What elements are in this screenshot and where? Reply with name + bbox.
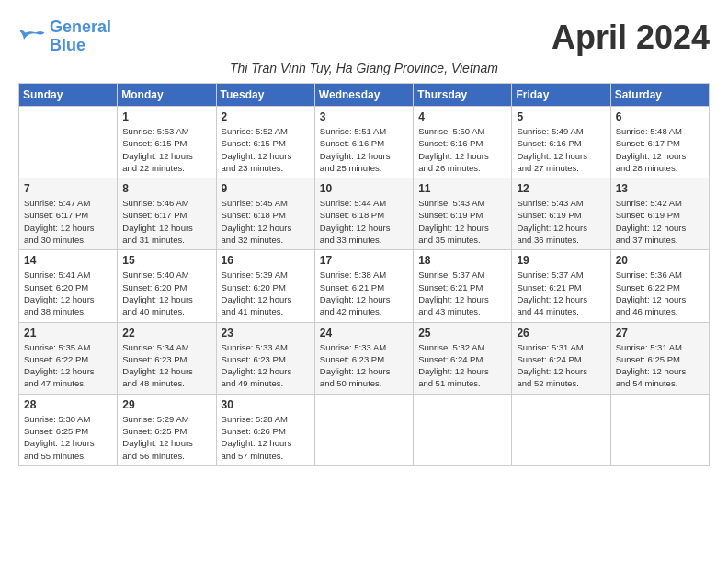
day-info: Sunrise: 5:42 AM Sunset: 6:19 PM Dayligh… <box>616 197 704 246</box>
column-header-monday: Monday <box>118 84 216 107</box>
day-info: Sunrise: 5:46 AM Sunset: 6:17 PM Dayligh… <box>122 197 210 246</box>
day-number: 8 <box>122 182 210 195</box>
day-number: 1 <box>122 110 210 123</box>
calendar-cell: 10Sunrise: 5:44 AM Sunset: 6:18 PM Dayli… <box>314 178 413 250</box>
column-header-friday: Friday <box>512 84 610 107</box>
day-number: 24 <box>320 327 408 339</box>
calendar-cell: 23Sunrise: 5:33 AM Sunset: 6:23 PM Dayli… <box>216 322 314 394</box>
calendar-cell: 22Sunrise: 5:34 AM Sunset: 6:23 PM Dayli… <box>118 322 216 394</box>
day-number: 23 <box>222 327 310 339</box>
day-number: 30 <box>222 398 310 411</box>
day-info: Sunrise: 5:51 AM Sunset: 6:16 PM Dayligh… <box>320 125 408 174</box>
day-info: Sunrise: 5:38 AM Sunset: 6:21 PM Dayligh… <box>320 269 408 317</box>
day-info: Sunrise: 5:33 AM Sunset: 6:23 PM Dayligh… <box>320 341 408 390</box>
day-info: Sunrise: 5:40 AM Sunset: 6:20 PM Dayligh… <box>122 269 210 317</box>
day-info: Sunrise: 5:32 AM Sunset: 6:24 PM Dayligh… <box>418 341 506 390</box>
day-number: 4 <box>418 110 506 123</box>
calendar-cell: 16Sunrise: 5:39 AM Sunset: 6:20 PM Dayli… <box>216 250 314 322</box>
day-info: Sunrise: 5:47 AM Sunset: 6:17 PM Dayligh… <box>24 197 112 246</box>
day-number: 14 <box>24 254 112 267</box>
day-number: 15 <box>122 254 210 267</box>
day-number: 29 <box>122 398 210 411</box>
calendar-cell: 7Sunrise: 5:47 AM Sunset: 6:17 PM Daylig… <box>19 178 118 250</box>
calendar-cell: 13Sunrise: 5:42 AM Sunset: 6:19 PM Dayli… <box>610 178 709 250</box>
day-number: 2 <box>222 110 310 123</box>
day-number: 12 <box>517 182 605 195</box>
day-info: Sunrise: 5:45 AM Sunset: 6:18 PM Dayligh… <box>222 197 310 246</box>
day-info: Sunrise: 5:31 AM Sunset: 6:25 PM Dayligh… <box>616 341 704 390</box>
calendar-cell <box>19 107 118 178</box>
day-number: 20 <box>616 254 704 267</box>
calendar-cell: 25Sunrise: 5:32 AM Sunset: 6:24 PM Dayli… <box>414 322 512 394</box>
day-number: 13 <box>616 182 704 195</box>
day-number: 18 <box>418 254 506 267</box>
day-info: Sunrise: 5:37 AM Sunset: 6:21 PM Dayligh… <box>517 269 605 317</box>
day-info: Sunrise: 5:52 AM Sunset: 6:15 PM Dayligh… <box>222 125 310 174</box>
calendar-cell: 1Sunrise: 5:53 AM Sunset: 6:15 PM Daylig… <box>118 107 216 178</box>
subtitle: Thi Tran Vinh Tuy, Ha Giang Province, Vi… <box>18 61 710 75</box>
calendar-cell: 5Sunrise: 5:49 AM Sunset: 6:16 PM Daylig… <box>512 107 610 178</box>
calendar-cell: 6Sunrise: 5:48 AM Sunset: 6:17 PM Daylig… <box>610 107 709 178</box>
day-info: Sunrise: 5:30 AM Sunset: 6:25 PM Dayligh… <box>24 413 112 462</box>
day-number: 27 <box>616 327 704 339</box>
day-info: Sunrise: 5:41 AM Sunset: 6:20 PM Dayligh… <box>24 269 112 317</box>
day-info: Sunrise: 5:43 AM Sunset: 6:19 PM Dayligh… <box>517 197 605 246</box>
day-number: 25 <box>418 327 506 339</box>
calendar-cell: 2Sunrise: 5:52 AM Sunset: 6:15 PM Daylig… <box>216 107 314 178</box>
column-header-saturday: Saturday <box>610 84 709 107</box>
day-number: 16 <box>222 254 310 267</box>
calendar-cell: 19Sunrise: 5:37 AM Sunset: 6:21 PM Dayli… <box>512 250 610 322</box>
day-number: 5 <box>517 110 605 123</box>
logo: General Blue <box>18 18 111 55</box>
calendar-cell: 15Sunrise: 5:40 AM Sunset: 6:20 PM Dayli… <box>118 250 216 322</box>
calendar-cell <box>414 394 512 465</box>
day-info: Sunrise: 5:53 AM Sunset: 6:15 PM Dayligh… <box>122 125 210 174</box>
day-number: 11 <box>418 182 506 195</box>
day-info: Sunrise: 5:36 AM Sunset: 6:22 PM Dayligh… <box>616 269 704 317</box>
day-info: Sunrise: 5:50 AM Sunset: 6:16 PM Dayligh… <box>418 125 506 174</box>
day-info: Sunrise: 5:44 AM Sunset: 6:18 PM Dayligh… <box>320 197 408 246</box>
day-info: Sunrise: 5:28 AM Sunset: 6:26 PM Dayligh… <box>222 413 310 462</box>
column-header-sunday: Sunday <box>19 84 118 107</box>
logo-icon <box>18 26 46 48</box>
day-info: Sunrise: 5:43 AM Sunset: 6:19 PM Dayligh… <box>418 197 506 246</box>
day-info: Sunrise: 5:29 AM Sunset: 6:25 PM Dayligh… <box>122 413 210 462</box>
day-number: 28 <box>24 398 112 411</box>
day-info: Sunrise: 5:49 AM Sunset: 6:16 PM Dayligh… <box>517 125 605 174</box>
day-info: Sunrise: 5:37 AM Sunset: 6:21 PM Dayligh… <box>418 269 506 317</box>
column-header-thursday: Thursday <box>414 84 512 107</box>
day-number: 6 <box>616 110 704 123</box>
calendar-cell: 3Sunrise: 5:51 AM Sunset: 6:16 PM Daylig… <box>314 107 413 178</box>
calendar-cell: 28Sunrise: 5:30 AM Sunset: 6:25 PM Dayli… <box>19 394 118 465</box>
day-info: Sunrise: 5:34 AM Sunset: 6:23 PM Dayligh… <box>122 341 210 390</box>
day-number: 10 <box>320 182 408 195</box>
calendar-cell: 21Sunrise: 5:35 AM Sunset: 6:22 PM Dayli… <box>19 322 118 394</box>
day-info: Sunrise: 5:33 AM Sunset: 6:23 PM Dayligh… <box>222 341 310 390</box>
day-number: 9 <box>222 182 310 195</box>
calendar-cell: 24Sunrise: 5:33 AM Sunset: 6:23 PM Dayli… <box>314 322 413 394</box>
calendar-cell <box>314 394 413 465</box>
day-number: 19 <box>517 254 605 267</box>
calendar-table: SundayMondayTuesdayWednesdayThursdayFrid… <box>18 83 710 466</box>
column-header-tuesday: Tuesday <box>216 84 314 107</box>
calendar-cell <box>610 394 709 465</box>
day-number: 26 <box>517 327 605 339</box>
column-header-wednesday: Wednesday <box>314 84 413 107</box>
calendar-cell: 17Sunrise: 5:38 AM Sunset: 6:21 PM Dayli… <box>314 250 413 322</box>
day-info: Sunrise: 5:39 AM Sunset: 6:20 PM Dayligh… <box>222 269 310 317</box>
day-info: Sunrise: 5:48 AM Sunset: 6:17 PM Dayligh… <box>616 125 704 174</box>
calendar-cell: 29Sunrise: 5:29 AM Sunset: 6:25 PM Dayli… <box>118 394 216 465</box>
calendar-cell: 20Sunrise: 5:36 AM Sunset: 6:22 PM Dayli… <box>610 250 709 322</box>
day-number: 3 <box>320 110 408 123</box>
calendar-cell: 27Sunrise: 5:31 AM Sunset: 6:25 PM Dayli… <box>610 322 709 394</box>
month-title: April 2024 <box>552 18 710 57</box>
day-number: 7 <box>24 182 112 195</box>
day-number: 22 <box>122 327 210 339</box>
calendar-cell: 11Sunrise: 5:43 AM Sunset: 6:19 PM Dayli… <box>414 178 512 250</box>
calendar-cell <box>512 394 610 465</box>
day-info: Sunrise: 5:35 AM Sunset: 6:22 PM Dayligh… <box>24 341 112 390</box>
calendar-cell: 9Sunrise: 5:45 AM Sunset: 6:18 PM Daylig… <box>216 178 314 250</box>
calendar-cell: 30Sunrise: 5:28 AM Sunset: 6:26 PM Dayli… <box>216 394 314 465</box>
calendar-cell: 14Sunrise: 5:41 AM Sunset: 6:20 PM Dayli… <box>19 250 118 322</box>
calendar-cell: 4Sunrise: 5:50 AM Sunset: 6:16 PM Daylig… <box>414 107 512 178</box>
